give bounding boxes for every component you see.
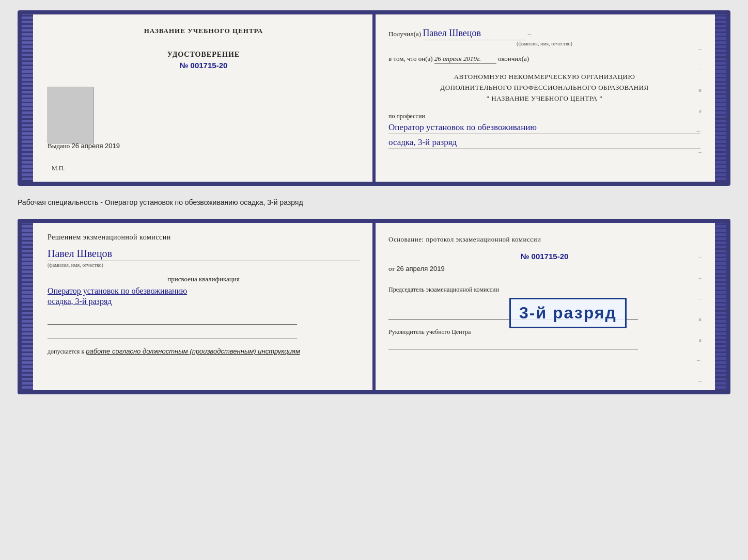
training-center-title: НАЗВАНИЕ УЧЕБНОГО ЦЕНТРА bbox=[48, 27, 360, 35]
director-block: Руководитель учебного Центра bbox=[388, 328, 700, 349]
edge-marker-1: – bbox=[696, 45, 702, 52]
page-wrapper: НАЗВАНИЕ УЧЕБНОГО ЦЕНТРА УДОСТОВЕРЕНИЕ №… bbox=[18, 10, 730, 394]
issued-line: Выдано 26 апреля 2019 bbox=[48, 142, 360, 150]
lower-fio-hint: (фамилия, имя, отчество) bbox=[48, 261, 360, 268]
lower-edge-7: – bbox=[696, 378, 702, 384]
director-sig-line bbox=[388, 339, 638, 349]
spine-right bbox=[715, 14, 726, 182]
doc-type-label: УДОСТОВЕРЕНИЕ bbox=[48, 51, 360, 59]
lower-edge-2: – bbox=[696, 275, 702, 281]
edge-markers: – – и а ← – bbox=[696, 45, 702, 155]
finished-label: окончил(а) bbox=[498, 55, 529, 62]
director-label: Руководитель учебного Центра bbox=[388, 328, 700, 336]
org-line2: ДОПОЛНИТЕЛЬНОГО ПРОФЕССИОНАЛЬНОГО ОБРАЗО… bbox=[388, 83, 700, 93]
fio-hint: (фамилия, имя, отчество) bbox=[388, 40, 700, 47]
mp-label: М.П. bbox=[52, 165, 65, 172]
lower-edge-markers: – – – и а ← – – – bbox=[696, 254, 702, 394]
assigned-text: присвоена квалификация bbox=[48, 275, 360, 283]
number-sign: № bbox=[180, 61, 189, 70]
sig-line-1 bbox=[48, 314, 297, 325]
number-value: 001715-20 bbox=[191, 61, 228, 70]
qualification-value: Оператор установок по обезвоживанию bbox=[48, 286, 360, 296]
profession-label: по профессии bbox=[388, 113, 700, 120]
edge-marker-2: – bbox=[696, 66, 702, 72]
org-line3: " НАЗВАНИЕ УЧЕБНОГО ЦЕНТРА " bbox=[388, 93, 700, 104]
stamp-overlay: 3-й разряд bbox=[509, 298, 627, 328]
chairman-label: Председатель экзаменационной комиссии bbox=[388, 285, 700, 294]
proto-date-label: от bbox=[388, 265, 395, 273]
received-line: Получил(а) Павел Швецов – (фамилия, имя,… bbox=[388, 27, 700, 47]
lower-spine-right bbox=[715, 223, 726, 390]
proto-date: от 26 апреля 2019 bbox=[388, 265, 700, 273]
lower-cert-left: Решением экзменационной комиссии Павел Ш… bbox=[33, 223, 374, 390]
in-that-label: в том, что он(а) bbox=[388, 55, 433, 62]
admit-value: работе согласно должностным (производств… bbox=[86, 347, 300, 355]
lower-edge-5: а bbox=[696, 337, 702, 343]
qualification-rank: осадка, 3-й разряд bbox=[48, 297, 360, 306]
received-label: Получил(а) bbox=[388, 30, 421, 38]
proto-number: № 001715-20 bbox=[388, 252, 700, 261]
admit-text: допускается к работе согласно должностны… bbox=[48, 347, 360, 356]
decision-line: Решением экзменационной комиссии bbox=[48, 233, 360, 242]
stamp-text: 3-й разряд bbox=[519, 303, 617, 323]
proto-number-value: 001715-20 bbox=[532, 252, 569, 261]
lower-edge-1: – bbox=[696, 254, 702, 260]
upper-certificate: НАЗВАНИЕ УЧЕБНОГО ЦЕНТРА УДОСТОВЕРЕНИЕ №… bbox=[18, 10, 730, 186]
admit-label: допускается к bbox=[48, 348, 84, 355]
proto-date-value: 26 апреля 2019 bbox=[396, 265, 445, 273]
lower-name: Павел Швецов bbox=[48, 248, 360, 260]
org-block: АВТОНОМНУЮ НЕКОММЕРЧЕСКУЮ ОРГАНИЗАЦИЮ ДО… bbox=[388, 72, 700, 104]
lower-edge-3: – bbox=[696, 295, 702, 301]
recipient-name: Павел Швецов bbox=[423, 27, 526, 40]
edge-marker-6: – bbox=[696, 149, 702, 155]
separator-label: Рабочая специальность - Оператор установ… bbox=[18, 195, 730, 210]
proto-number-sign: № bbox=[521, 252, 529, 261]
lower-certificate: Решением экзменационной комиссии Павел Ш… bbox=[18, 219, 730, 394]
org-line1: АВТОНОМНУЮ НЕКОММЕРЧЕСКУЮ ОРГАНИЗАЦИЮ bbox=[388, 72, 700, 83]
sig-line-2 bbox=[48, 329, 297, 339]
since-line: в том, что он(а) 26 апреля 2019г. окончи… bbox=[388, 55, 700, 63]
lower-edge-4: и bbox=[696, 316, 702, 322]
upper-cert-right: Получил(а) Павел Швецов – (фамилия, имя,… bbox=[374, 14, 715, 182]
edge-marker-3: и bbox=[696, 87, 702, 93]
lower-edge-6: ← bbox=[696, 357, 702, 363]
dash-separator: – bbox=[528, 30, 532, 38]
basis-line: Основание: протокол экзаменационной коми… bbox=[388, 235, 700, 244]
lower-cert-right: Основание: протокол экзаменационной коми… bbox=[374, 223, 715, 390]
rank-value: осадка, 3-й разряд bbox=[388, 137, 700, 149]
edge-marker-5: ← bbox=[696, 128, 702, 134]
completion-date: 26 апреля 2019г. bbox=[434, 55, 496, 63]
cert-number: № 001715-20 bbox=[48, 61, 360, 70]
profession-value: Оператор установок по обезвоживанию bbox=[388, 122, 700, 134]
photo-placeholder bbox=[48, 87, 94, 143]
signature-lines bbox=[48, 314, 360, 339]
edge-marker-4: а bbox=[696, 107, 702, 114]
upper-cert-left: НАЗВАНИЕ УЧЕБНОГО ЦЕНТРА УДОСТОВЕРЕНИЕ №… bbox=[33, 14, 374, 182]
